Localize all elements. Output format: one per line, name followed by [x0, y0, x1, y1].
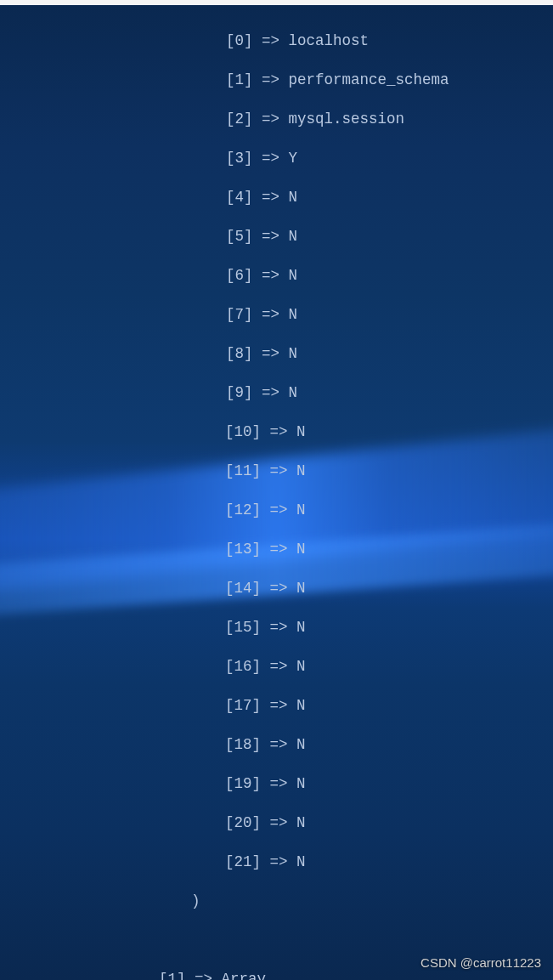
- array-entry: [13] => N: [0, 540, 553, 559]
- array-entry: [21] => N: [0, 853, 553, 872]
- array-entry: [2] => mysql.session: [0, 110, 553, 129]
- array-entry: [18] => N: [0, 735, 553, 755]
- array-entry: [10] => N: [0, 422, 553, 442]
- array-entry: [7] => N: [0, 305, 553, 325]
- array-entry: [3] => Y: [0, 149, 553, 168]
- array-entry: [12] => N: [0, 501, 553, 520]
- array-header: [1] => Array: [0, 970, 553, 980]
- array-entry: [6] => N: [0, 266, 553, 286]
- php-print-r-output: [0] => localhost [1] => performance_sche…: [0, 0, 553, 980]
- array-entry: [20] => N: [0, 813, 553, 833]
- array-entry: [9] => N: [0, 383, 553, 403]
- array-entry: [1] => performance_schema: [0, 71, 553, 90]
- array-entry: [0] => localhost: [0, 31, 553, 51]
- array-entry: [15] => N: [0, 618, 553, 637]
- array-entry: [8] => N: [0, 344, 553, 364]
- array-entry: [5] => N: [0, 227, 553, 246]
- array-entry: [11] => N: [0, 462, 553, 481]
- array-entry: [17] => N: [0, 696, 553, 716]
- blank-line: [0, 931, 553, 950]
- array-close-paren: ): [0, 892, 553, 911]
- array-entry: [14] => N: [0, 579, 553, 598]
- csdn-watermark: CSDN @carrot11223: [420, 955, 541, 970]
- array-entry: [4] => N: [0, 188, 553, 207]
- array-entry: [19] => N: [0, 774, 553, 794]
- array-entry: [16] => N: [0, 657, 553, 677]
